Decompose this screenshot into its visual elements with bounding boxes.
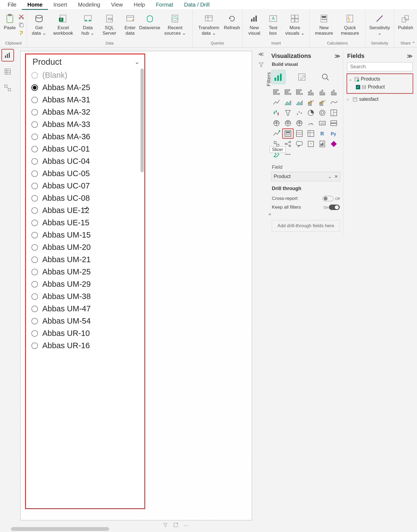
recent-sources-button[interactable]: Recent sources ⌄ <box>159 12 190 36</box>
viz-paginated[interactable] <box>317 139 327 149</box>
column-product-checkbox[interactable]: ✓ <box>356 85 360 89</box>
viz-bar-100[interactable] <box>294 87 305 97</box>
cross-report-toggle[interactable] <box>323 196 333 201</box>
viz-col-stacked[interactable] <box>317 87 327 97</box>
slicer-scrollbar[interactable] <box>141 69 144 172</box>
tab-view[interactable]: View <box>106 0 128 9</box>
slicer-option[interactable]: Abbas MA-36 <box>31 131 141 143</box>
new-visual-button[interactable]: New visual <box>244 12 264 36</box>
slicer-option[interactable]: Abbas UM-15 <box>31 229 141 241</box>
drill-through-dropzone[interactable]: Add drill-through fields here <box>272 220 340 232</box>
viz-col[interactable] <box>306 87 316 97</box>
fields-search[interactable] <box>347 62 413 71</box>
ribbon-collapse-icon[interactable]: ⌃ <box>412 41 415 46</box>
viz-slicer[interactable] <box>283 129 293 138</box>
analytics-tab[interactable] <box>318 70 332 84</box>
viz-r[interactable]: R <box>317 129 327 138</box>
slicer-option[interactable]: Abbas UM-29 <box>31 278 141 290</box>
viz-area-stacked[interactable] <box>294 98 305 107</box>
tab-format[interactable]: Format <box>150 0 178 9</box>
dataverse-button[interactable]: Dataverse <box>140 12 160 31</box>
slicer-option[interactable]: Abbas MA-25 <box>31 81 141 94</box>
slicer-option[interactable]: Abbas UC-01 <box>31 143 141 155</box>
field-well-chevron-icon[interactable]: ⌄ <box>328 174 332 179</box>
viz-multi-card[interactable] <box>329 119 339 128</box>
slicer-option[interactable]: Abbas UR-10 <box>31 327 141 339</box>
viz-area[interactable] <box>283 98 293 107</box>
slicer-option[interactable]: Abbas UM-21 <box>31 253 141 266</box>
fields-search-input[interactable] <box>350 64 414 70</box>
report-canvas[interactable]: Product ⌄ (Blank)Abbas MA-25Abbas MA-31A… <box>20 51 252 521</box>
new-measure-button[interactable]: New measure <box>311 12 336 36</box>
build-visual-tab[interactable] <box>271 70 285 84</box>
slicer-option[interactable]: Abbas UM-47 <box>31 303 141 315</box>
copy-icon[interactable] <box>18 21 25 28</box>
canvas-horizontal-scrollbar[interactable] <box>11 527 109 531</box>
slicer-option[interactable]: Abbas UC-08 <box>31 192 141 204</box>
table-products[interactable]: ⌄ Products <box>348 75 412 83</box>
viz-card[interactable]: 123 <box>317 119 327 128</box>
slicer-option[interactable]: Abbas UM-54 <box>31 315 141 327</box>
viz-line-col[interactable] <box>306 98 316 107</box>
publish-button[interactable]: Publish <box>396 12 415 31</box>
viz-waterfall[interactable] <box>271 108 282 117</box>
visualizations-collapse-icon[interactable]: ≫ <box>335 53 340 59</box>
viz-line[interactable] <box>271 98 282 107</box>
more-visuals-button[interactable]: More visuals ⌄ <box>282 12 308 36</box>
viz-treemap[interactable] <box>329 108 339 117</box>
slicer-option[interactable]: Abbas MA-33 <box>31 118 141 131</box>
column-product[interactable]: ✓ Product <box>348 83 412 91</box>
keep-filters-toggle[interactable] <box>329 205 340 210</box>
viz-pie[interactable] <box>306 108 316 117</box>
text-box-button[interactable]: AText box <box>264 12 282 36</box>
viz-table[interactable] <box>294 129 305 138</box>
tab-modeling[interactable]: Modeling <box>73 0 106 9</box>
paste-button[interactable]: Paste <box>2 12 18 31</box>
tab-data-drill[interactable]: Data / Drill <box>179 0 215 9</box>
viz-py[interactable]: Py <box>329 129 339 138</box>
enter-data-button[interactable]: Enter data <box>120 12 140 36</box>
viz-donut[interactable] <box>317 108 327 117</box>
fields-collapse-icon[interactable]: ≫ <box>407 53 413 59</box>
visual-focus-icon[interactable] <box>173 522 178 529</box>
viz-bar-stacked[interactable] <box>283 87 293 97</box>
viz-qna[interactable] <box>294 139 305 149</box>
tab-home[interactable]: Home <box>22 0 48 10</box>
transform-data-button[interactable]: Transform data ⌄ <box>194 12 223 36</box>
viz-col-100[interactable] <box>329 87 339 97</box>
slicer-dropdown-icon[interactable]: ⌄ <box>135 58 139 66</box>
table-salesfact[interactable]: › salesfact <box>347 95 413 103</box>
field-well[interactable]: Product ⌄ ✕ <box>271 172 340 181</box>
slicer-option[interactable]: Abbas UM-38 <box>31 290 141 303</box>
filters-icon[interactable] <box>258 62 264 68</box>
slicer-option[interactable]: Abbas UE-15 <box>31 217 141 229</box>
data-hub-button[interactable]: Data hub ⌄ <box>77 12 99 36</box>
tab-insert[interactable]: Insert <box>48 0 73 9</box>
slicer-option[interactable]: Abbas MA-32 <box>31 106 141 118</box>
field-well-remove-icon[interactable]: ✕ <box>334 174 338 179</box>
slicer-option[interactable]: Abbas UE-12 <box>31 204 141 217</box>
slicer-option[interactable]: Abbas UC-05 <box>31 167 141 180</box>
viz-line-col2[interactable] <box>317 98 327 107</box>
cut-icon[interactable] <box>18 13 25 20</box>
slicer-option[interactable]: Abbas UM-20 <box>31 241 141 253</box>
format-painter-icon[interactable] <box>18 29 25 37</box>
slicer-option[interactable]: Abbas UC-07 <box>31 180 141 192</box>
slicer-option[interactable]: (Blank) <box>31 69 141 81</box>
data-view-button[interactable] <box>2 66 13 77</box>
tab-file[interactable]: File <box>2 0 22 9</box>
viz-bar[interactable] <box>271 87 282 97</box>
quick-measure-button[interactable]: Quick measure <box>336 12 364 36</box>
viz-power-apps[interactable] <box>329 139 339 149</box>
viz-azure-map[interactable] <box>294 119 305 128</box>
sensitivity-button[interactable]: Sensitivity ⌄ <box>367 12 392 36</box>
get-data-button[interactable]: Get data ⌄ <box>28 12 49 36</box>
viz-filled-map[interactable] <box>283 119 293 128</box>
viz-ribbon[interactable] <box>329 98 339 107</box>
refresh-button[interactable]: Refresh <box>223 12 241 31</box>
viz-gauge[interactable] <box>306 119 316 128</box>
viz-map[interactable] <box>271 119 282 128</box>
slicer-option[interactable]: Abbas MA-31 <box>31 94 141 106</box>
report-view-button[interactable] <box>2 50 13 61</box>
tab-help[interactable]: Help <box>128 0 150 9</box>
